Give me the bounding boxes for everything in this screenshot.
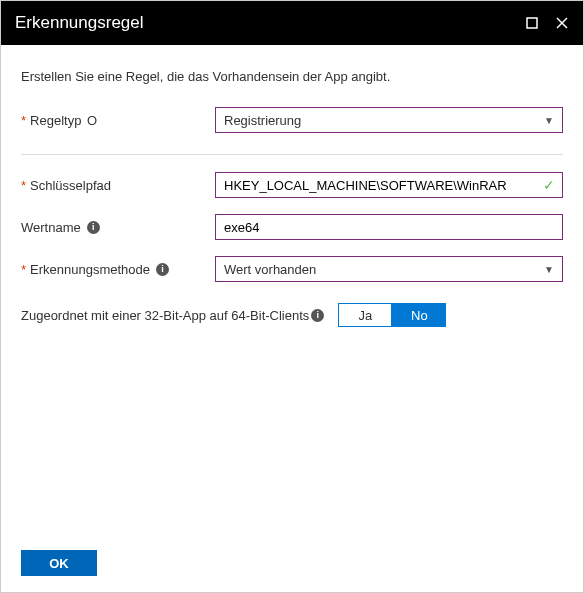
chevron-down-icon: ▼	[544, 264, 554, 275]
row-rule-type: * Regeltyp O Registrierung ▼	[21, 106, 563, 134]
dialog-content: Erstellen Sie eine Regel, die das Vorhan…	[1, 45, 583, 538]
select-rule-type-value: Registrierung	[224, 113, 544, 128]
select-detection-method[interactable]: Wert vorhanden ▼	[215, 256, 563, 282]
row-key-path: * Schlüsselpfad ✓	[21, 171, 563, 199]
check-icon: ✓	[543, 177, 555, 193]
required-star-icon: *	[21, 178, 26, 193]
label-text-rule-type: Regeltyp	[30, 113, 81, 128]
row-value-name: Wertname i	[21, 213, 563, 241]
field-rule-type: Registrierung ▼	[215, 107, 563, 133]
label-text-key-path: Schlüsselpfad	[30, 178, 111, 193]
toggle-option-no[interactable]: No	[392, 303, 446, 327]
dialog-title: Erkennungsregel	[15, 13, 525, 33]
row-detection-method: * Erkennungsmethode i Wert vorhanden ▼	[21, 255, 563, 283]
info-icon[interactable]: i	[87, 221, 100, 234]
label-text-detection-method: Erkennungsmethode	[30, 262, 150, 277]
maximize-icon[interactable]	[525, 16, 539, 30]
chevron-down-icon: ▼	[544, 115, 554, 126]
toggle-associate-32bit: Ja No	[338, 303, 446, 327]
input-value-name[interactable]	[215, 214, 563, 240]
section-divider	[21, 154, 563, 155]
ok-button[interactable]: OK	[21, 550, 97, 576]
field-key-path: ✓	[215, 172, 563, 198]
dialog-footer: OK	[1, 538, 583, 592]
label-associate-32bit: Zugeordnet mit einer 32-Bit-App auf 64-B…	[21, 308, 309, 323]
label-text-value-name: Wertname	[21, 220, 81, 235]
close-icon[interactable]	[555, 16, 569, 30]
toggle-option-yes[interactable]: Ja	[338, 303, 392, 327]
dialog-header: Erkennungsregel	[1, 1, 583, 45]
dialog-description: Erstellen Sie eine Regel, die das Vorhan…	[21, 69, 563, 84]
select-detection-method-value: Wert vorhanden	[224, 262, 544, 277]
svg-rect-0	[527, 18, 537, 28]
select-rule-type[interactable]: Registrierung ▼	[215, 107, 563, 133]
required-star-icon: *	[21, 113, 26, 128]
info-icon[interactable]: i	[156, 263, 169, 276]
required-star-icon: *	[21, 262, 26, 277]
label-key-path: * Schlüsselpfad	[21, 178, 215, 193]
label-value-name: Wertname i	[21, 220, 215, 235]
field-detection-method: Wert vorhanden ▼	[215, 256, 563, 282]
field-value-name	[215, 214, 563, 240]
label-detection-method: * Erkennungsmethode i	[21, 262, 215, 277]
row-associate-32bit: Zugeordnet mit einer 32-Bit-App auf 64-B…	[21, 303, 563, 327]
info-icon[interactable]: i	[311, 309, 324, 322]
label-rule-type: * Regeltyp O	[21, 113, 215, 128]
input-key-path[interactable]	[215, 172, 563, 198]
circle-icon: O	[83, 113, 97, 128]
header-window-controls	[525, 16, 569, 30]
